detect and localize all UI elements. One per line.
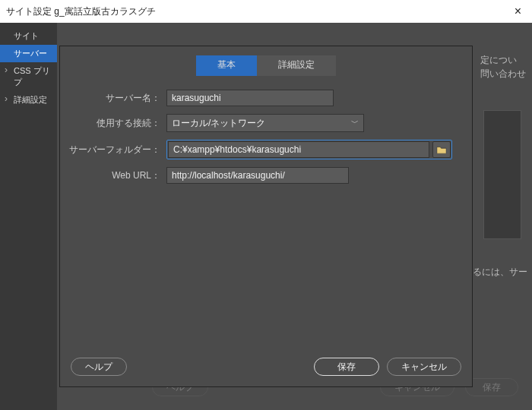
folder-input[interactable] — [168, 141, 429, 158]
close-icon[interactable]: × — [510, 5, 526, 18]
bg-save-button[interactable]: 保存 — [465, 378, 518, 396]
connection-label: 使用する接続： — [68, 117, 166, 130]
form: サーバー名： 使用する接続： ローカル/ネットワーク ﹀ サーバーフォルダー： — [60, 76, 472, 191]
weburl-label: Web URL： — [68, 169, 166, 182]
server-settings-dialog: 基本 詳細設定 サーバー名： 使用する接続： ローカル/ネットワーク ﹀ サーバ… — [59, 46, 473, 387]
dialog-buttons: ヘルプ 保存 キャンセル — [60, 358, 472, 386]
folder-icon — [436, 145, 447, 154]
tab-advanced[interactable]: 詳細設定 — [257, 55, 336, 76]
connection-value: ローカル/ネットワーク — [172, 117, 265, 130]
sidebar-item-css[interactable]: CSS プリプ — [0, 62, 57, 91]
chevron-down-icon: ﹀ — [351, 118, 359, 128]
folder-label: サーバーフォルダー： — [68, 144, 166, 156]
sidebar-item-server[interactable]: サーバー — [0, 45, 57, 62]
bg-bottom-text: するには、サー — [464, 266, 527, 279]
window-title: サイト設定 g_寓話立版古カラスグチ — [6, 5, 156, 18]
cancel-button[interactable]: キャンセル — [387, 358, 461, 376]
bg-text: 定につい 問い合わせ — [480, 53, 526, 80]
server-name-label: サーバー名： — [68, 92, 166, 105]
sidebar-item-site[interactable]: サイト — [0, 27, 57, 45]
sidebar: サイト サーバー CSS プリプ 詳細設定 — [0, 23, 57, 410]
bg-panel — [483, 110, 521, 239]
connection-select[interactable]: ローカル/ネットワーク ﹀ — [166, 114, 364, 132]
tab-basic[interactable]: 基本 — [196, 55, 257, 76]
help-button[interactable]: ヘルプ — [71, 358, 127, 376]
browse-folder-button[interactable] — [432, 141, 451, 158]
titlebar: サイト設定 g_寓話立版古カラスグチ × — [0, 0, 532, 23]
server-name-input[interactable] — [166, 90, 334, 106]
weburl-input[interactable] — [166, 167, 349, 184]
sidebar-item-advanced[interactable]: 詳細設定 — [0, 91, 57, 109]
tabs: 基本 詳細設定 — [60, 55, 472, 76]
save-button[interactable]: 保存 — [314, 358, 379, 376]
